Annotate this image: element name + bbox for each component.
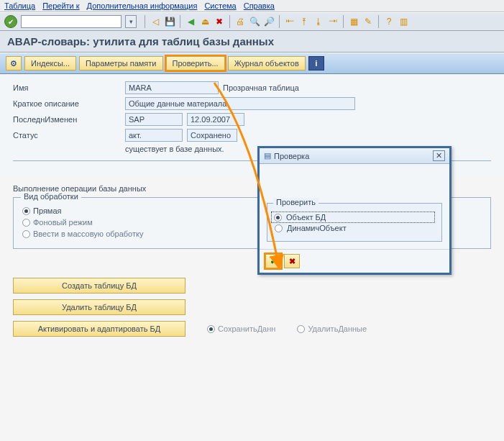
exists-text: существует в базе данных. — [125, 145, 224, 153]
menu-table[interactable]: Таблица — [4, 1, 35, 10]
delete-table-button[interactable]: Удалить таблицу БД — [13, 299, 185, 315]
command-dropdown-icon[interactable]: ▾ — [125, 15, 137, 28]
lastchanged-label: ПоследнИзменен — [13, 115, 121, 124]
table-type-text: Прозрачная таблица — [223, 83, 299, 92]
layout-icon[interactable]: ▥ — [397, 15, 410, 28]
create-table-button[interactable]: Создать таблицу БД — [13, 278, 185, 294]
processing-type-label: Вид обработки — [21, 192, 81, 201]
dialog-cancel-button[interactable]: ✖ — [284, 254, 300, 268]
last-page-icon[interactable]: ⭲ — [326, 15, 339, 28]
radio-dot-icon — [207, 325, 215, 333]
radio-dot-icon — [22, 219, 30, 227]
radio-background-label: Фоновый режим — [33, 218, 93, 227]
radio-db-object[interactable]: Объект БД — [272, 212, 434, 222]
help-icon[interactable]: ? — [382, 15, 395, 28]
back-icon[interactable]: ◁ — [149, 15, 162, 28]
print-icon[interactable]: 🖨 — [234, 15, 247, 28]
close-icon[interactable]: ✕ — [433, 150, 445, 161]
radio-runtime-object[interactable]: ДинамичОбъект — [275, 224, 434, 232]
dialog-ok-button[interactable]: ✔ — [265, 254, 281, 268]
radio-dot-icon — [274, 214, 282, 222]
check-group: Проверить Объект БД ДинамичОбъект — [267, 203, 442, 242]
name-label: Имя — [13, 83, 121, 92]
new-session-icon[interactable]: ▦ — [347, 15, 360, 28]
radio-runtime-object-label: ДинамичОбъект — [287, 224, 347, 232]
radio-db-object-label: Объект БД — [286, 213, 326, 222]
shortdesc-label: Краткое описание — [13, 99, 121, 108]
menu-goto[interactable]: Перейти к — [42, 1, 79, 10]
find-icon[interactable]: 🔍 — [248, 15, 261, 28]
info-icon[interactable]: i — [308, 56, 324, 71]
menu-system[interactable]: Система — [204, 1, 236, 10]
radio-save-data-label: СохранитьДанн — [218, 324, 275, 333]
radio-dot-icon — [22, 230, 30, 238]
find-next-icon[interactable]: 🔎 — [262, 15, 275, 28]
radio-mass-label: Ввести в массовую обработку — [33, 229, 143, 238]
standard-toolbar: ✔ ▾ ◁ 💾 ◀ ⏏ ✖ 🖨 🔍 🔎 ⭰ ⭱ ⭳ ⭲ ▦ ✎ ? ▥ — [0, 12, 504, 31]
lastchanged-date: 12.09.2007 — [187, 113, 244, 126]
radio-direct-label: Прямая — [33, 206, 62, 215]
menu-help[interactable]: Справка — [244, 1, 275, 10]
window-list-icon: ▤ — [264, 151, 271, 160]
status-label: Статус — [13, 131, 121, 140]
radio-dot-icon — [275, 224, 283, 232]
activate-adapt-button[interactable]: Активировать и адаптировать БД — [13, 321, 185, 337]
cancel-icon[interactable]: ✖ — [213, 15, 226, 28]
first-page-icon[interactable]: ⭰ — [283, 15, 296, 28]
exit-icon[interactable]: ⏏ — [198, 15, 211, 28]
radio-delete-data: УдалитьДанные — [297, 324, 367, 333]
command-field[interactable] — [21, 15, 122, 28]
radio-dot-icon — [297, 325, 305, 333]
dialog-titlebar[interactable]: ▤ Проверка ✕ — [260, 148, 449, 164]
execute-icon[interactable]: ⚙ — [6, 56, 22, 71]
ok-icon[interactable]: ✔ — [4, 15, 17, 28]
lastchanged-user: SAP — [125, 113, 183, 126]
shortcut-icon[interactable]: ✎ — [362, 15, 375, 28]
dialog-footer: ✔ ✖ — [260, 249, 449, 273]
check-group-label: Проверить — [273, 198, 319, 206]
save-icon[interactable]: 💾 — [163, 15, 176, 28]
app-toolbar: ⚙ Индексы... Параметры памяти Проверить.… — [0, 53, 504, 74]
back-arrow-icon[interactable]: ◀ — [184, 15, 197, 28]
menu-bar: Таблица Перейти к Дополнительная информа… — [0, 0, 504, 12]
radio-dot-icon — [22, 207, 30, 215]
prev-page-icon[interactable]: ⭱ — [298, 15, 311, 28]
object-log-button[interactable]: Журнал объектов — [228, 56, 306, 71]
indexes-button[interactable]: Индексы... — [24, 56, 76, 71]
radio-save-data: СохранитьДанн — [207, 324, 275, 333]
menu-extra[interactable]: Дополнительная информация — [87, 1, 198, 10]
next-page-icon[interactable]: ⭳ — [312, 15, 325, 28]
memory-params-button[interactable]: Параметры памяти — [79, 56, 162, 71]
status-saved: Сохранено — [187, 129, 237, 142]
page-title: ABAP-словарь: утилита для таблиц базы да… — [0, 31, 504, 53]
dialog-title: Проверка — [274, 152, 309, 160]
check-dialog: ▤ Проверка ✕ Проверить Объект БД Динамич… — [257, 146, 452, 275]
shortdesc-field[interactable]: Общие данные материала — [125, 97, 355, 110]
radio-delete-data-label: УдалитьДанные — [308, 324, 367, 333]
status-field: акт. — [125, 129, 183, 142]
name-field[interactable]: MARA — [125, 81, 219, 94]
check-button[interactable]: Проверить... — [166, 56, 225, 71]
